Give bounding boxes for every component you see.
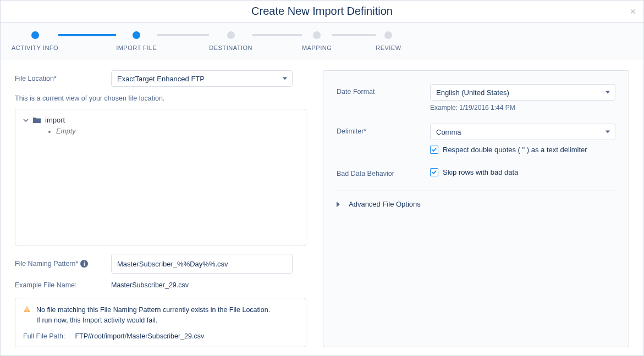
content: File Location* ExactTarget Enhanced FTP … — [1, 59, 643, 356]
svg-rect-0 — [26, 308, 27, 310]
example-file-value: MasterSubscriber_29.csv — [111, 281, 189, 289]
file-naming-input-wrap — [111, 254, 293, 274]
bad-data-label: Bad Data Behavior — [337, 166, 430, 177]
advanced-file-options-toggle[interactable]: Advanced File Options — [337, 200, 615, 208]
warning-line2: If run now, this Import activity would f… — [36, 315, 270, 326]
skip-rows-label: Skip rows with bad data — [443, 168, 518, 176]
tree-root-label: import — [45, 116, 65, 124]
respect-quotes-label: Respect double quotes ( " ) as a text de… — [443, 146, 587, 154]
full-file-path-row: Full File Path: FTP//root/import/MasterS… — [23, 332, 298, 340]
step-label: REVIEW — [376, 44, 401, 51]
step-activity-info[interactable]: ACTIVITY INFO — [12, 31, 58, 51]
step-connector — [58, 34, 116, 36]
step-connector — [332, 34, 376, 36]
chevron-down-icon[interactable] — [23, 118, 29, 123]
step-import-file[interactable]: IMPORT FILE — [116, 31, 157, 51]
date-format-label: Date Format — [337, 84, 430, 96]
warning-top: No file matching this File Naming Patter… — [23, 305, 298, 326]
step-connector — [157, 34, 209, 36]
file-naming-row: File Naming Pattern* i — [15, 254, 306, 274]
warning-box: No file matching this File Naming Patter… — [15, 298, 306, 347]
step-connector — [252, 34, 302, 36]
full-file-path-label: Full File Path: — [23, 332, 65, 340]
svg-rect-1 — [26, 311, 27, 312]
example-file-label: Example File Name: — [15, 281, 111, 289]
divider — [337, 191, 615, 191]
file-location-value[interactable]: ExactTarget Enhanced FTP — [111, 70, 293, 87]
respect-quotes-checkbox[interactable] — [430, 146, 438, 154]
date-format-row: Date Format English (United States) Exam… — [337, 84, 615, 112]
file-naming-label-wrap: File Naming Pattern* i — [15, 260, 111, 268]
delimiter-select[interactable]: Comma — [430, 124, 615, 140]
file-location-select[interactable]: ExactTarget Enhanced FTP — [111, 70, 293, 87]
modal-header: Create New Import Definition × — [1, 1, 643, 23]
advanced-file-options-label: Advanced File Options — [349, 200, 421, 208]
stepper: ACTIVITY INFO IMPORT FILE DESTINATION MA… — [1, 23, 643, 59]
step-dot — [384, 31, 392, 39]
step-dot — [31, 31, 39, 39]
step-label: ACTIVITY INFO — [12, 44, 58, 51]
file-location-row: File Location* ExactTarget Enhanced FTP — [15, 70, 306, 87]
step-review[interactable]: REVIEW — [376, 31, 401, 51]
location-hint: This is a current view of your chosen fi… — [15, 94, 306, 102]
modal-title: Create New Import Definition — [9, 5, 635, 18]
step-dot — [227, 31, 235, 39]
date-format-select[interactable]: English (United States) — [430, 84, 615, 101]
delimiter-row: Delimiter* Comma Respect double quotes (… — [337, 124, 615, 154]
step-mapping[interactable]: MAPPING — [302, 31, 332, 51]
file-naming-label: File Naming Pattern* — [15, 260, 78, 268]
bad-data-row: Bad Data Behavior Skip rows with bad dat… — [337, 166, 615, 177]
file-location-label: File Location* — [15, 75, 111, 82]
step-dot — [313, 31, 321, 39]
step-label: MAPPING — [302, 44, 332, 51]
folder-icon — [33, 117, 41, 124]
warning-text: No file matching this File Naming Patter… — [36, 305, 270, 326]
delimiter-value[interactable]: Comma — [430, 124, 615, 140]
respect-quotes-row[interactable]: Respect double quotes ( " ) as a text de… — [430, 146, 615, 154]
full-file-path-value: FTP//root/import/MasterSubscriber_29.csv — [75, 332, 204, 340]
step-destination[interactable]: DESTINATION — [209, 31, 252, 51]
info-icon[interactable]: i — [80, 260, 88, 268]
tree-empty-label: Empty — [56, 127, 298, 135]
right-column: Date Format English (United States) Exam… — [323, 70, 629, 347]
date-format-value[interactable]: English (United States) — [430, 84, 615, 101]
left-column: File Location* ExactTarget Enhanced FTP … — [15, 70, 306, 347]
skip-rows-checkbox[interactable] — [430, 168, 438, 176]
delimiter-label: Delimiter* — [337, 124, 430, 135]
warning-icon — [23, 305, 31, 313]
date-format-example: Example: 1/19/2016 1:44 PM — [430, 104, 615, 112]
caret-right-icon — [337, 202, 340, 207]
file-tree[interactable]: import Empty — [15, 109, 306, 246]
example-file-row: Example File Name: MasterSubscriber_29.c… — [15, 281, 306, 289]
step-label: IMPORT FILE — [116, 44, 157, 51]
file-naming-input[interactable] — [111, 254, 293, 274]
tree-root-row[interactable]: import — [23, 116, 298, 124]
modal-create-import-definition: Create New Import Definition × ACTIVITY … — [0, 0, 644, 356]
warning-line1: No file matching this File Naming Patter… — [36, 305, 270, 315]
close-icon[interactable]: × — [630, 6, 636, 18]
step-label: DESTINATION — [209, 44, 252, 51]
step-dot — [133, 31, 140, 39]
skip-rows-row[interactable]: Skip rows with bad data — [430, 168, 615, 176]
